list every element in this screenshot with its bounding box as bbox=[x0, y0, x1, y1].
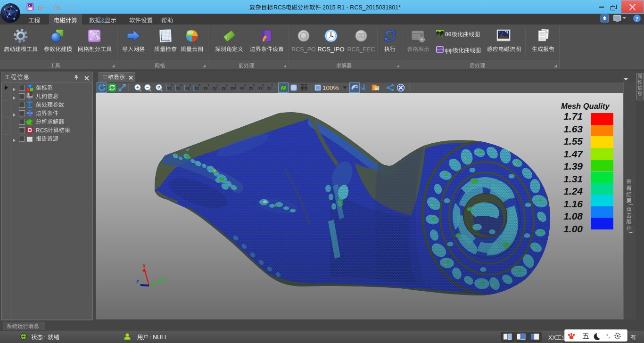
svg-text:°,: °, bbox=[606, 333, 610, 339]
